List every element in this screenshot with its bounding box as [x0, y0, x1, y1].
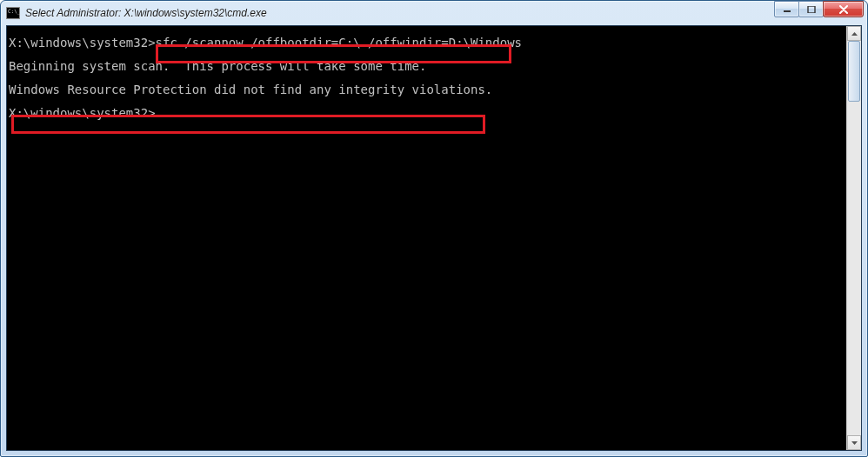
scroll-track[interactable]	[847, 41, 861, 435]
minimize-button[interactable]	[774, 1, 799, 17]
svg-rect-1	[808, 6, 815, 13]
window-controls	[775, 1, 864, 17]
cursor-icon	[156, 115, 163, 116]
application-window: Select Administrator: X:\windows\system3…	[0, 0, 868, 457]
console-line: Beginning system scan. This process will…	[9, 55, 845, 78]
console-output[interactable]: X:\windows\system32>sfc /scannow /offboo…	[7, 26, 846, 450]
maximize-button[interactable]	[798, 1, 824, 17]
scroll-thumb[interactable]	[848, 41, 860, 102]
command-text: sfc /scannow /offbootdir=C:\ /offwindir=…	[156, 36, 522, 50]
window-title: Select Administrator: X:\windows\system3…	[25, 7, 862, 19]
prompt: X:\windows\system32>	[9, 36, 156, 50]
vertical-scrollbar[interactable]	[846, 26, 861, 450]
scroll-down-button[interactable]	[847, 435, 861, 450]
prompt: X:\windows\system32>	[9, 106, 156, 120]
scroll-up-button[interactable]	[847, 26, 861, 41]
console-line: Windows Resource Protection did not find…	[9, 78, 845, 102]
titlebar[interactable]: Select Administrator: X:\windows\system3…	[1, 1, 867, 25]
console-line: X:\windows\system32>sfc /scannow /offboo…	[9, 31, 845, 55]
console-line: X:\windows\system32>	[9, 102, 845, 125]
client-area: X:\windows\system32>sfc /scannow /offboo…	[6, 25, 862, 451]
close-button[interactable]	[823, 1, 864, 17]
svg-rect-0	[784, 10, 791, 12]
cmd-icon	[6, 7, 20, 19]
